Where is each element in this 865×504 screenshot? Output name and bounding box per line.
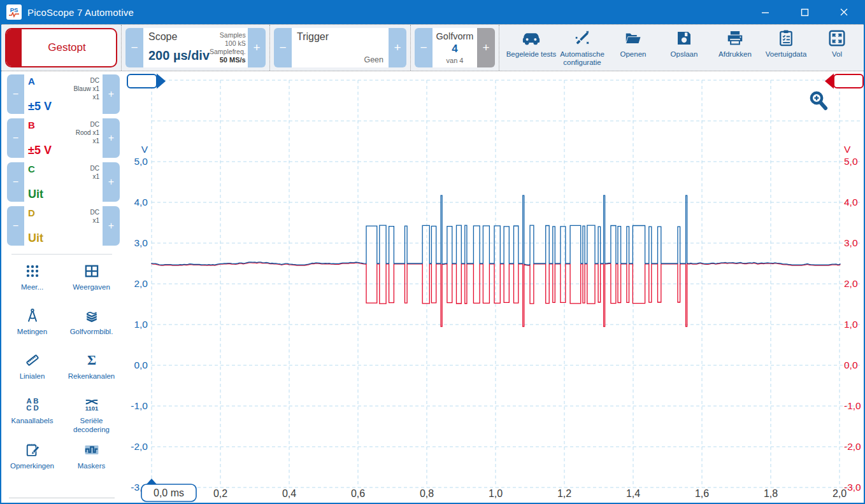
toolbar-action-label: Automatische configuratie (557, 50, 608, 67)
close-button[interactable] (824, 0, 864, 24)
sidebar-tool-ruler[interactable]: Linialen (3, 350, 62, 389)
channel-labels-icon: A BC D (24, 395, 41, 415)
samplerate-value: 50 MS/s (210, 56, 246, 65)
samplerate-label: Samplefreq. (210, 48, 246, 56)
sidebar-tool-sigma[interactable]: ΣRekenkanalen (62, 350, 121, 389)
zoom-in-icon[interactable] (811, 93, 826, 108)
flag-left-arrow-icon (825, 74, 834, 89)
toolbar-action-save[interactable]: Opslaan (659, 27, 710, 68)
flag-right-arrow-icon (157, 74, 166, 89)
channel-settings-text: DCBlauw x1x1 (73, 76, 99, 101)
sidebar-tool-label: Metingen (17, 328, 47, 337)
timebase-panel[interactable]: Scope 200 µs/div Samples 100 kS Samplefr… (143, 28, 248, 67)
svg-text:2,0: 2,0 (134, 278, 148, 289)
waveform-previous-button[interactable]: − (415, 28, 432, 67)
sigma-icon: Σ (83, 350, 100, 370)
channel-C-increase-button[interactable]: + (103, 162, 120, 202)
sidebar-tool-label: Meer... (21, 283, 43, 292)
channel-A-increase-button[interactable]: + (103, 74, 120, 114)
channel-A-decrease-button[interactable]: − (7, 74, 24, 114)
trigger-decrease-button[interactable]: − (274, 28, 292, 67)
sidebar-tool-grid-dots[interactable]: Meer... (3, 261, 62, 300)
svg-text:4,0: 4,0 (134, 197, 148, 207)
channel-D-decrease-button[interactable]: − (7, 206, 24, 246)
channel-range-value: Uit (28, 188, 43, 201)
toolbar-action-car[interactable]: Begeleide tests (506, 27, 557, 68)
oscilloscope-chart[interactable]: V5,04,03,02,01,00,0-1,0-2,0-3,0V5,04,03,… (122, 71, 864, 503)
svg-text:C D: C D (26, 404, 39, 412)
channel-B-increase-button[interactable]: + (103, 118, 120, 158)
x-axis-labels: 0,20,40,60,81,01,21,41,61,82,0 (213, 488, 847, 499)
timebase-decrease-button[interactable]: − (125, 28, 143, 67)
masks-icon (83, 440, 100, 460)
sidebar-tool-label: Linialen (20, 372, 45, 381)
toolbar-action-printer[interactable]: Afdrukken (710, 27, 761, 68)
svg-text:1,0: 1,0 (134, 319, 148, 330)
waveform-library-icon (83, 305, 100, 326)
sidebar-tool-views[interactable]: Weergaven (62, 261, 121, 300)
capture-group: Gestopt (1, 25, 122, 71)
sidebar-tool-compass[interactable]: Metingen (3, 305, 62, 345)
scroll-left-flag[interactable] (127, 74, 166, 89)
sidebar-tool-label: Weergaven (73, 283, 110, 292)
waveform-of-label: van 4 (435, 57, 475, 64)
channel-panel-d[interactable]: −DDCx1Uit+ (7, 206, 120, 246)
toolbar-action-open-folder[interactable]: Openen (608, 27, 659, 68)
sidebar-tool-masks[interactable]: Maskers (62, 440, 121, 479)
channel-settings-text: DCx1 (90, 208, 99, 225)
toolbar-action-label: Begeleide tests (506, 50, 557, 59)
grid-lines (152, 80, 862, 487)
toolbar-action-magic-wand[interactable]: Automatische configuratie (557, 27, 608, 68)
save-icon (675, 27, 694, 49)
svg-text:1,6: 1,6 (695, 488, 709, 499)
svg-text:-1,0: -1,0 (131, 400, 148, 411)
stop-label: Gestopt (48, 41, 86, 54)
time-origin-marker[interactable]: 0,0 ms (141, 479, 196, 501)
scroll-right-flag[interactable] (825, 74, 863, 89)
toolbar-action-label: Afdrukken (718, 50, 752, 59)
trigger-increase-button[interactable]: + (389, 28, 406, 67)
picoscope-logo-icon: PS (6, 4, 22, 20)
timebase-increase-button[interactable]: + (248, 28, 266, 67)
svg-text:1101: 1101 (85, 405, 98, 412)
stop-indicator-strip (6, 29, 22, 66)
svg-text:2,0: 2,0 (833, 488, 847, 499)
svg-text:-2,0: -2,0 (131, 441, 148, 452)
y-axis-left-labels: V5,04,03,02,01,00,0-1,0-2,0-3,0 (131, 144, 148, 493)
channel-panel-a[interactable]: −ADCBlauw x1x1±5 V+ (7, 74, 120, 114)
channel-range-value: ±5 V (28, 100, 52, 113)
sidebar-separator (11, 254, 112, 255)
clipboard-icon (776, 27, 796, 49)
scope-plot[interactable]: V5,04,03,02,01,00,0-1,0-2,0-3,0V5,04,03,… (122, 71, 865, 504)
sidebar-tool-channel-labels[interactable]: A BC DKanaallabels (3, 395, 62, 435)
grid-dots-icon (24, 261, 41, 281)
start-stop-button[interactable]: Gestopt (5, 28, 117, 67)
trigger-panel[interactable]: Trigger Geen (292, 28, 389, 67)
channel-D-increase-button[interactable]: + (103, 206, 120, 246)
sidebar-tool-notes[interactable]: Opmerkingen (3, 440, 62, 479)
channel-settings-text: DCx1 (90, 164, 99, 181)
sidebar-bottom-separator (9, 498, 115, 503)
svg-text:1,0: 1,0 (844, 319, 858, 330)
notes-icon (24, 440, 41, 460)
waveform-panel[interactable]: Golfvorm 4 van 4 (432, 28, 477, 67)
channel-C-decrease-button[interactable]: − (7, 162, 24, 202)
fullscreen-icon (827, 27, 847, 49)
channel-B-decrease-button[interactable]: − (7, 118, 24, 158)
minimize-button[interactable] (745, 0, 785, 24)
toolbar-action-clipboard[interactable]: Voertuigdata (761, 27, 811, 68)
trigger-group: − Trigger Geen + (270, 25, 411, 71)
car-icon (522, 27, 541, 49)
waveform-next-button[interactable]: + (477, 28, 495, 67)
svg-text:3,0: 3,0 (134, 237, 148, 248)
waveform-number: 4 (435, 43, 475, 55)
toolbar-action-fullscreen[interactable]: Vol (811, 27, 862, 68)
svg-text:2,0: 2,0 (844, 278, 858, 289)
channel-panel-c[interactable]: −CDCx1Uit+ (7, 162, 120, 202)
channel-panel-b[interactable]: −BDCRood x1x1±5 V+ (7, 118, 120, 158)
svg-text:0,6: 0,6 (351, 488, 365, 499)
sidebar-tool-waveform-library[interactable]: Golfvormbibl. (62, 305, 121, 345)
maximize-button[interactable] (785, 0, 824, 24)
sidebar-tool-serial-decode[interactable]: 1101Seriële decodering (62, 395, 121, 435)
svg-text:-1,0: -1,0 (844, 400, 861, 411)
